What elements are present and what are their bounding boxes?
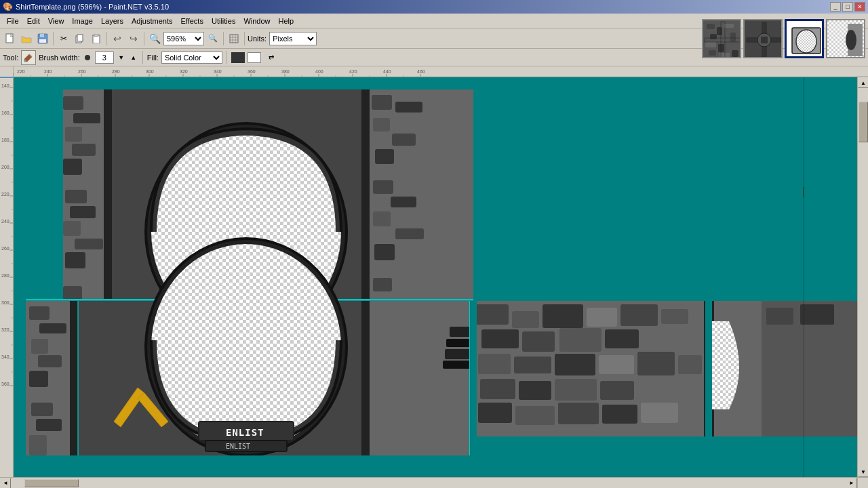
thumb-1[interactable] — [702, 19, 741, 58]
color-swatch-primary[interactable] — [231, 52, 245, 63]
svg-rect-215 — [637, 352, 675, 375]
hscroll-left[interactable]: ◄ — [0, 478, 11, 489]
menu-edit[interactable]: Edit — [23, 16, 44, 26]
work-area: 140 160 180 200 220 240 260 280 300 320 — [0, 77, 868, 477]
svg-text:180: 180 — [1, 138, 9, 142]
svg-text:360: 360 — [248, 69, 256, 74]
fill-select[interactable]: Solid Color No Fill Background — [161, 52, 222, 64]
canvas-area[interactable]: ENLIST ENLIST — [14, 77, 857, 477]
hscroll-thumb[interactable] — [24, 479, 79, 487]
grid-button[interactable] — [226, 31, 241, 46]
svg-rect-23 — [709, 50, 716, 56]
svg-text:240: 240 — [44, 69, 52, 74]
titlebar-left: 🎨 ShirtTemplate.png (596%) - Paint.NET v… — [3, 2, 169, 12]
units-select[interactable]: Pixels Inches Centimeters — [269, 32, 317, 45]
menu-file[interactable]: File — [3, 16, 23, 26]
svg-text:360: 360 — [1, 382, 9, 386]
hscroll-right[interactable]: ► — [846, 478, 857, 489]
svg-rect-211 — [478, 354, 511, 374]
menu-adjustments[interactable]: Adjustments — [127, 16, 177, 26]
svg-rect-180 — [70, 301, 78, 455]
svg-rect-171 — [29, 306, 50, 320]
svg-rect-222 — [478, 403, 512, 423]
swap-colors-button[interactable]: ⇄ — [264, 50, 279, 65]
color-swatch-secondary[interactable] — [248, 52, 261, 63]
menu-window[interactable]: Window — [239, 16, 274, 26]
vscroll-down[interactable]: ▼ — [858, 466, 868, 477]
minimize-button[interactable]: _ — [830, 2, 841, 12]
maximize-button[interactable]: □ — [842, 2, 853, 12]
svg-rect-163 — [374, 244, 395, 260]
cut-button[interactable]: ✂ — [56, 31, 71, 46]
menu-help[interactable]: Help — [275, 16, 298, 26]
brush-width-input[interactable]: 3 — [95, 52, 114, 64]
svg-text:ENLIST: ENLIST — [226, 427, 264, 438]
svg-rect-218 — [519, 381, 551, 400]
svg-rect-205 — [661, 309, 688, 324]
svg-rect-173 — [31, 339, 48, 354]
svg-rect-232 — [766, 308, 793, 325]
save-button[interactable] — [35, 31, 50, 46]
open-button[interactable] — [19, 31, 34, 46]
svg-rect-154 — [395, 102, 422, 113]
undo-button[interactable]: ↩ — [110, 31, 125, 46]
menu-utilities[interactable]: Utilities — [208, 16, 239, 26]
svg-rect-157 — [375, 149, 394, 164]
close-button[interactable]: ✕ — [854, 2, 865, 12]
menu-effects[interactable]: Effects — [177, 16, 208, 26]
svg-rect-19 — [730, 33, 736, 42]
scroll-corner — [857, 478, 868, 489]
svg-rect-217 — [480, 379, 515, 399]
zoom-select[interactable]: 596% 400% 200% 100% 50% — [163, 32, 204, 45]
vertical-scrollbar[interactable]: ▲ ▼ — [857, 77, 868, 477]
horizontal-scrollbar[interactable]: ◄ ► — [0, 477, 868, 488]
svg-rect-141 — [65, 190, 87, 203]
paintbrush-select[interactable] — [21, 50, 36, 65]
svg-rect-147 — [63, 286, 82, 300]
svg-rect-223 — [515, 406, 555, 425]
svg-rect-188 — [361, 301, 370, 455]
svg-rect-159 — [373, 180, 393, 194]
svg-rect-158 — [397, 165, 425, 176]
svg-text:ENLIST: ENLIST — [226, 443, 250, 450]
svg-rect-161 — [373, 211, 391, 226]
svg-rect-228 — [475, 301, 477, 436]
thumb-4[interactable] — [826, 19, 865, 58]
svg-rect-138 — [72, 144, 96, 156]
tool-label: Tool: — [3, 54, 18, 62]
svg-rect-193 — [443, 361, 473, 369]
svg-rect-227 — [704, 301, 705, 436]
menu-view[interactable]: View — [44, 16, 68, 26]
svg-rect-3 — [39, 39, 46, 43]
svg-text:300: 300 — [146, 69, 154, 74]
titlebar-controls[interactable]: _ □ ✕ — [830, 2, 865, 12]
svg-rect-203 — [587, 308, 617, 327]
svg-rect-162 — [395, 228, 424, 239]
svg-text:300: 300 — [1, 300, 9, 305]
thumb-3[interactable] — [785, 19, 824, 58]
new-button[interactable] — [3, 31, 18, 46]
zoom-out-button[interactable]: 🔍 — [147, 31, 162, 46]
brush-width-down[interactable]: ▼ — [117, 53, 126, 62]
redo-button[interactable]: ↪ — [126, 31, 141, 46]
svg-rect-155 — [373, 118, 390, 131]
svg-rect-15 — [717, 27, 722, 35]
svg-rect-25 — [732, 50, 738, 57]
brush-width-up[interactable]: ▲ — [129, 53, 138, 62]
paste-button[interactable] — [89, 31, 104, 46]
vscroll-up[interactable]: ▲ — [858, 77, 868, 88]
svg-text:420: 420 — [349, 69, 357, 74]
svg-rect-156 — [392, 134, 416, 146]
copy-button[interactable] — [73, 31, 87, 46]
vscroll-track[interactable] — [858, 88, 868, 466]
zoom-in-button[interactable]: 🔍 — [205, 31, 220, 46]
separator-6 — [142, 51, 143, 64]
svg-rect-207 — [522, 331, 555, 352]
svg-rect-210 — [643, 327, 682, 348]
thumb-2[interactable] — [743, 19, 783, 58]
hscroll-track[interactable] — [11, 479, 846, 488]
vscroll-thumb[interactable] — [859, 102, 868, 142]
svg-rect-32 — [761, 37, 768, 43]
menu-image[interactable]: Image — [68, 16, 97, 26]
menu-layers[interactable]: Layers — [97, 16, 127, 26]
